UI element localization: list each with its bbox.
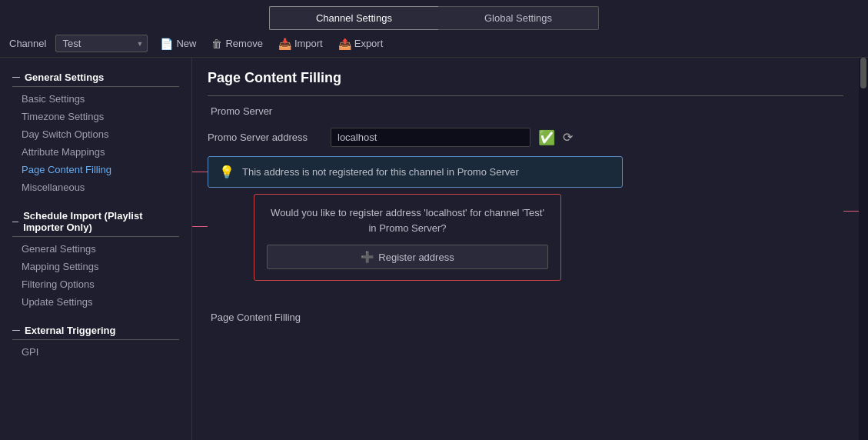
channel-select[interactable]: Test — [55, 35, 148, 52]
sidebar-item-filtering-options[interactable]: Filtering Options — [0, 275, 191, 293]
annotation-9-line — [192, 226, 208, 227]
annotation-area-8: [8] 💡 This address is not registered for… — [208, 156, 843, 188]
annotation-8-line — [192, 172, 208, 172]
sidebar: General Settings Basic Settings Timezone… — [0, 58, 192, 440]
annotation-10-line — [843, 211, 859, 212]
register-popup: Would you like to register address 'loca… — [254, 194, 561, 281]
new-icon: 📄 — [160, 38, 173, 50]
import-button[interactable]: 📥 Import — [275, 36, 326, 52]
new-button[interactable]: 📄 New — [157, 36, 199, 52]
promo-server-address-input[interactable] — [331, 128, 530, 147]
register-popup-area: [9] Would you like to register address '… — [208, 194, 843, 281]
sidebar-section-general: General Settings — [0, 65, 191, 86]
sidebar-item-timezone-settings[interactable]: Timezone Settings — [0, 108, 191, 125]
import-icon: 📥 — [278, 38, 291, 50]
section-divider — [208, 95, 843, 96]
info-message: This address is not registered for this … — [242, 166, 519, 178]
sidebar-item-update-settings[interactable]: Update Settings — [0, 293, 191, 311]
right-panel: Page Content Filling Promo Server Promo … — [192, 58, 859, 440]
bottom-section-title: Page Content Filling — [208, 312, 843, 323]
sidebar-item-mapping-settings[interactable]: Mapping Settings — [0, 258, 191, 275]
sidebar-item-basic-settings[interactable]: Basic Settings — [0, 90, 191, 108]
tab-global-settings[interactable]: Global Settings — [438, 6, 599, 30]
info-box: 💡 This address is not registered for thi… — [208, 156, 623, 188]
plus-icon: ➕ — [361, 251, 374, 263]
sidebar-item-page-content-filling[interactable]: Page Content Filling — [0, 161, 191, 178]
sidebar-divider-1 — [12, 86, 179, 87]
channel-toolbar: Channel Test 📄 New 🗑 Remove 📥 Import 📤 E… — [0, 30, 868, 58]
sidebar-item-gpi[interactable]: GPI — [0, 343, 191, 361]
promo-server-section-title: Promo Server — [208, 105, 843, 117]
page-title: Page Content Filling — [208, 70, 843, 86]
tab-bar: Channel Settings Global Settings — [0, 0, 868, 30]
sidebar-section-schedule: Schedule Import (Playlist Importer Only) — [0, 204, 191, 236]
info-icon: 💡 — [219, 165, 234, 179]
sidebar-item-day-switch[interactable]: Day Switch Options — [0, 125, 191, 143]
sidebar-item-miscellaneous[interactable]: Miscellaneous — [0, 178, 191, 196]
refresh-icon[interactable]: ⟳ — [563, 130, 573, 145]
sidebar-section-external: External Triggering — [0, 318, 191, 339]
export-button[interactable]: 📤 Export — [335, 36, 387, 52]
promo-server-address-label: Promo Server address — [208, 132, 323, 143]
remove-icon: 🗑 — [211, 38, 222, 50]
check-icon: ✅ — [538, 129, 555, 146]
scrollbar[interactable] — [859, 58, 868, 440]
channel-select-wrapper: Test — [55, 35, 148, 52]
export-icon: 📤 — [338, 38, 351, 50]
sidebar-divider-2 — [12, 236, 179, 237]
tab-channel-settings[interactable]: Channel Settings — [269, 6, 438, 30]
main-content: General Settings Basic Settings Timezone… — [0, 58, 868, 440]
channel-label: Channel — [9, 38, 46, 49]
sidebar-item-general-settings[interactable]: General Settings — [0, 240, 191, 258]
promo-server-field-row: Promo Server address ✅ ⟳ — [208, 128, 843, 147]
register-question: Would you like to register address 'loca… — [267, 205, 548, 235]
sidebar-item-attribute-mappings[interactable]: Attribute Mappings — [0, 143, 191, 161]
register-address-button[interactable]: ➕ Register address — [267, 245, 548, 269]
scrollbar-thumb[interactable] — [860, 58, 866, 88]
remove-button[interactable]: 🗑 Remove — [208, 36, 265, 52]
sidebar-divider-3 — [12, 339, 179, 340]
